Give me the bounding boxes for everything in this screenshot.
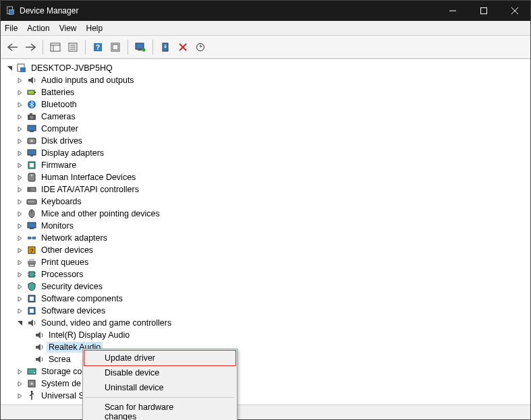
tree-category[interactable]: Cameras [6,111,530,123]
context-menu-item[interactable]: Scan for hardware changes [84,400,235,420]
tree-category[interactable]: Audio inputs and outputs [6,74,530,86]
expand-icon[interactable] [16,125,24,133]
expand-icon[interactable] [16,198,24,206]
category-label: Firmware [40,160,78,170]
device-label: Intel(R) Display Audio [47,330,131,340]
expand-icon[interactable] [16,259,24,266]
expand-icon[interactable] [16,174,24,181]
expand-icon[interactable] [16,89,24,96]
expand-icon[interactable] [16,77,24,84]
category-label: Storage co [40,367,83,376]
back-button[interactable] [5,39,21,55]
maximize-button[interactable] [468,1,499,21]
display-icon [26,148,37,158]
update-driver-button[interactable] [157,39,173,55]
tree-category[interactable]: Firmware [6,159,530,171]
tree-category[interactable]: Monitors [6,220,530,232]
expand-icon[interactable] [16,283,24,291]
uninstall-button[interactable] [175,39,191,55]
category-label: IDE ATA/ATAPI controllers [40,185,140,194]
tree-category[interactable]: Processors [6,268,530,280]
network-icon [26,233,37,243]
context-menu-item[interactable]: Update driver [84,350,236,366]
expand-icon[interactable] [16,113,24,121]
software-icon [26,293,37,304]
category-label: Universal S [40,391,86,400]
expand-icon[interactable] [16,235,24,242]
context-menu-item[interactable]: Disable device [84,365,235,380]
expand-icon[interactable] [16,101,24,109]
remote-button[interactable] [132,39,148,55]
expand-icon[interactable] [16,186,24,193]
battery-icon [26,87,37,98]
tree-category[interactable]: Mice and other pointing devices [6,208,530,220]
tree-device[interactable]: Intel(R) Display Audio [6,329,530,341]
expand-icon[interactable] [16,150,24,157]
expand-icon[interactable] [16,210,24,218]
tree-category[interactable]: Network adapters [6,232,530,244]
tree-category[interactable]: Software devices [6,305,530,317]
minimize-button[interactable] [437,1,468,21]
expand-icon[interactable] [16,307,24,315]
properties-button[interactable] [65,39,81,55]
expand-icon[interactable] [16,271,24,278]
context-menu: Update driverDisable deviceUninstall dev… [82,349,237,420]
help-button[interactable]: ? [90,39,106,55]
expand-icon[interactable] [16,138,24,145]
tree-category[interactable]: Security devices [6,280,530,293]
category-label: Security devices [40,282,104,291]
audio-icon [34,342,45,353]
tree-category[interactable]: Print queues [6,256,530,268]
audio-icon [34,330,45,340]
expand-icon[interactable] [6,65,13,72]
scan-button[interactable] [192,39,208,55]
category-label: Audio inputs and outputs [40,76,136,85]
tree-category[interactable]: Keyboards [6,196,530,208]
expand-icon[interactable] [16,222,24,230]
tree-category[interactable]: Software components [6,293,530,305]
category-label: Print queues [40,258,90,267]
tree-category[interactable]: Batteries [6,86,530,98]
menu-file[interactable]: File [5,24,18,33]
menu-help[interactable]: Help [86,24,103,33]
svg-rect-31 [30,113,32,115]
expand-icon[interactable] [16,295,24,303]
svg-rect-27 [34,92,36,93]
titlebar: Device Manager [1,1,530,21]
computer-icon [16,63,27,73]
tree-category[interactable]: Computer [6,123,530,135]
category-label: Network adapters [40,233,109,243]
tree-category[interactable]: Disk drives [6,135,530,147]
refresh-button[interactable] [107,39,123,55]
expand-icon[interactable] [16,368,24,376]
category-label: Software components [40,294,124,303]
show-hidden-button[interactable] [47,39,63,55]
close-button[interactable] [499,1,530,21]
expand-icon[interactable] [16,162,24,169]
tree-category[interactable]: Bluetooth [6,98,530,111]
svg-rect-67 [30,297,34,301]
tree-category[interactable]: Human Interface Devices [6,171,530,183]
tree-root[interactable]: DESKTOP-JVBP5HQ [6,62,530,74]
expand-icon[interactable] [16,380,24,388]
expand-icon[interactable] [16,392,24,400]
device-label: Screa [47,355,72,364]
svg-point-73 [30,382,33,385]
expand-icon[interactable] [16,247,24,254]
audio-icon [34,354,45,365]
app-icon [6,6,16,16]
menu-action[interactable]: Action [27,24,49,33]
category-label: Other devices [40,245,94,255]
expand-icon[interactable] [16,320,24,327]
menu-view[interactable]: View [59,24,77,33]
menu-divider [86,397,234,398]
category-label: Cameras [40,112,77,121]
category-label: Processors [40,270,85,279]
tree-category[interactable]: Sound, video and game controllers [6,317,530,329]
forward-button[interactable] [22,39,38,55]
context-menu-item[interactable]: Uninstall device [84,380,235,395]
tree-category[interactable]: IDE ATA/ATAPI controllers [6,183,530,196]
svg-rect-58 [28,261,36,264]
tree-category[interactable]: Display adapters [6,147,530,159]
tree-category[interactable]: ? Other devices [6,244,530,256]
